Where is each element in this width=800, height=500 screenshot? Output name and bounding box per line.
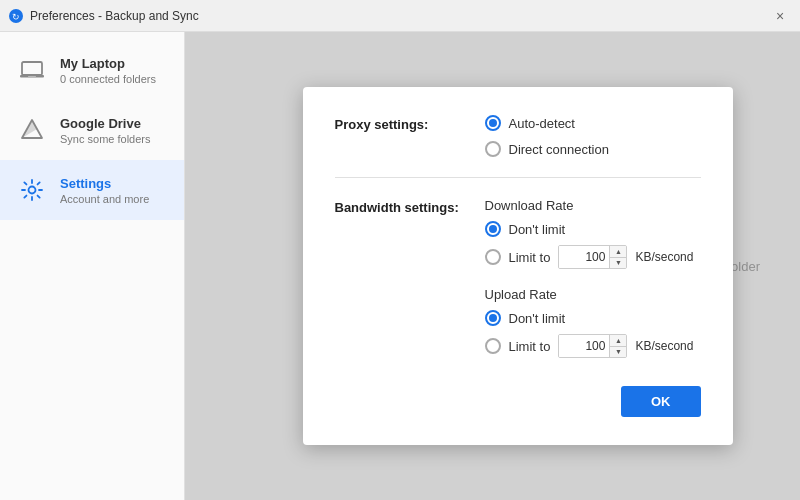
proxy-options: Auto-detect Direct connection — [485, 115, 609, 157]
preferences-dialog: Proxy settings: Auto-detect Direct conne… — [303, 87, 733, 445]
sidebar-drive-subtitle: Sync some folders — [60, 133, 150, 145]
dialog-footer: OK — [335, 386, 701, 417]
dl-dont-limit-radio[interactable] — [485, 221, 501, 237]
bandwidth-section: Bandwidth settings: Download Rate Don't … — [335, 198, 701, 376]
ul-spinner: ▲ ▼ — [609, 335, 626, 357]
sidebar-settings-text: Settings Account and more — [60, 176, 149, 205]
upload-rate-options: Don't limit Limit to ▲ ▼ — [485, 310, 701, 358]
dl-spinner-up[interactable]: ▲ — [610, 246, 626, 258]
svg-rect-2 — [22, 62, 42, 75]
dl-dont-limit-option[interactable]: Don't limit — [485, 221, 701, 237]
main-window: ↻ Preferences - Backup and Sync × My Lap… — [0, 0, 800, 500]
svg-point-7 — [29, 187, 36, 194]
ul-limit-option[interactable]: Limit to ▲ ▼ KB/second — [485, 334, 701, 358]
proxy-auto-detect-radio[interactable] — [485, 115, 501, 131]
ul-dont-limit-radio[interactable] — [485, 310, 501, 326]
sidebar-settings-subtitle: Account and more — [60, 193, 149, 205]
upload-rate-label: Upload Rate — [485, 287, 701, 302]
dl-dont-limit-label: Don't limit — [509, 222, 566, 237]
ul-limit-input[interactable] — [559, 335, 609, 357]
gear-icon — [16, 174, 48, 206]
dl-limit-label: Limit to — [509, 250, 551, 265]
dialog-overlay: Proxy settings: Auto-detect Direct conne… — [185, 32, 800, 500]
download-rate-label: Download Rate — [485, 198, 701, 213]
sidebar-item-google-drive[interactable]: Google Drive Sync some folders — [0, 100, 184, 160]
dl-limit-option[interactable]: Limit to ▲ ▼ KB/second — [485, 245, 701, 269]
dl-unit-label: KB/second — [635, 250, 693, 264]
dl-spinner-down[interactable]: ▼ — [610, 258, 626, 269]
sidebar-drive-title: Google Drive — [60, 116, 150, 131]
sidebar-laptop-title: My Laptop — [60, 56, 156, 71]
ul-limit-radio[interactable] — [485, 338, 501, 354]
drive-icon — [16, 114, 48, 146]
content-area: My Laptop 0 connected folders Google Dri… — [0, 32, 800, 500]
dl-limit-input-wrap: ▲ ▼ — [558, 245, 627, 269]
sidebar-item-settings[interactable]: Settings Account and more — [0, 160, 184, 220]
proxy-label: Proxy settings: — [335, 115, 465, 132]
ul-dont-limit-option[interactable]: Don't limit — [485, 310, 701, 326]
proxy-auto-detect-option[interactable]: Auto-detect — [485, 115, 609, 131]
ul-spinner-up[interactable]: ▲ — [610, 335, 626, 347]
bandwidth-label: Bandwidth settings: — [335, 198, 465, 215]
laptop-icon — [16, 54, 48, 86]
bandwidth-options: Download Rate Don't limit Limit to — [485, 198, 701, 376]
ul-limit-label: Limit to — [509, 339, 551, 354]
ul-unit-label: KB/second — [635, 339, 693, 353]
ul-dont-limit-label: Don't limit — [509, 311, 566, 326]
dl-limit-input[interactable] — [559, 246, 609, 268]
close-button[interactable]: × — [768, 4, 792, 28]
title-bar: ↻ Preferences - Backup and Sync × — [0, 0, 800, 32]
svg-text:↻: ↻ — [12, 12, 20, 22]
proxy-auto-detect-label: Auto-detect — [509, 116, 576, 131]
ul-spinner-down[interactable]: ▼ — [610, 347, 626, 358]
title-bar-left: ↻ Preferences - Backup and Sync — [8, 8, 199, 24]
ok-button[interactable]: OK — [621, 386, 701, 417]
download-rate-options: Don't limit Limit to ▲ ▼ — [485, 221, 701, 269]
proxy-settings-row: Proxy settings: Auto-detect Direct conne… — [335, 115, 701, 157]
dl-spinner: ▲ ▼ — [609, 246, 626, 268]
proxy-direct-option[interactable]: Direct connection — [485, 141, 609, 157]
sidebar-laptop-subtitle: 0 connected folders — [60, 73, 156, 85]
sidebar-settings-title: Settings — [60, 176, 149, 191]
app-icon: ↻ — [8, 8, 24, 24]
svg-rect-4 — [28, 76, 36, 78]
sidebar-item-my-laptop[interactable]: My Laptop 0 connected folders — [0, 40, 184, 100]
dl-limit-radio[interactable] — [485, 249, 501, 265]
sidebar-laptop-text: My Laptop 0 connected folders — [60, 56, 156, 85]
proxy-direct-radio[interactable] — [485, 141, 501, 157]
section-divider — [335, 177, 701, 178]
main-panel: folder Proxy settings: Auto-detect — [185, 32, 800, 500]
title-bar-text: Preferences - Backup and Sync — [30, 9, 199, 23]
sidebar-drive-text: Google Drive Sync some folders — [60, 116, 150, 145]
proxy-direct-label: Direct connection — [509, 142, 609, 157]
ul-limit-input-wrap: ▲ ▼ — [558, 334, 627, 358]
sidebar: My Laptop 0 connected folders Google Dri… — [0, 32, 185, 500]
